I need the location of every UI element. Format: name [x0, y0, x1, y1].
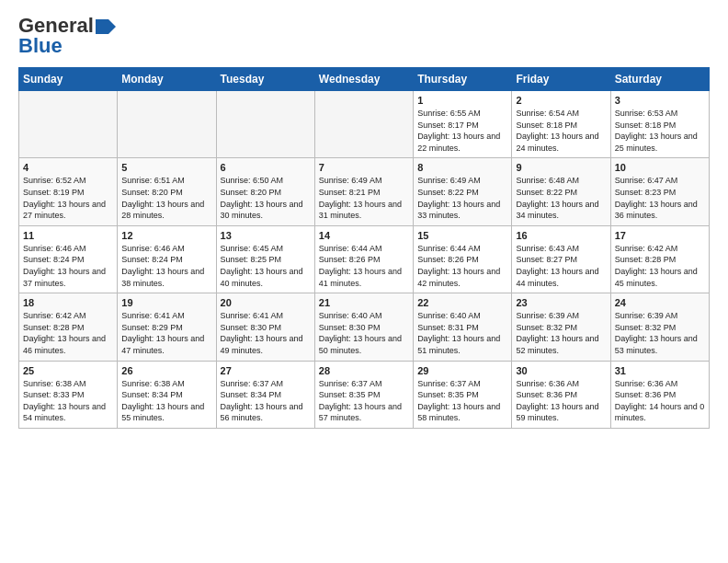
calendar-cell: 30Sunrise: 6:36 AMSunset: 8:36 PMDayligh…: [512, 361, 610, 428]
day-info: Sunrise: 6:44 AMSunset: 8:26 PMDaylight:…: [319, 243, 409, 289]
week-row-3: 11Sunrise: 6:46 AMSunset: 8:24 PMDayligh…: [19, 225, 710, 293]
weekday-header-sunday: Sunday: [19, 68, 118, 91]
day-info: Sunrise: 6:49 AMSunset: 8:22 PMDaylight:…: [417, 175, 507, 221]
calendar-cell: 2Sunrise: 6:54 AMSunset: 8:18 PMDaylight…: [512, 91, 610, 158]
logo: General Blue: [18, 14, 116, 58]
week-row-1: 1Sunrise: 6:55 AMSunset: 8:17 PMDaylight…: [19, 91, 710, 158]
calendar-cell: 22Sunrise: 6:40 AMSunset: 8:31 PMDayligh…: [414, 293, 512, 361]
weekday-header-monday: Monday: [118, 68, 216, 91]
day-number: 28: [319, 365, 409, 376]
day-number: 25: [23, 365, 113, 376]
day-number: 14: [319, 230, 409, 241]
day-info: Sunrise: 6:41 AMSunset: 8:30 PMDaylight:…: [221, 310, 311, 356]
calendar-cell: 26Sunrise: 6:38 AMSunset: 8:34 PMDayligh…: [118, 361, 216, 428]
calendar-cell: 12Sunrise: 6:46 AMSunset: 8:24 PMDayligh…: [118, 225, 216, 293]
calendar-cell: 15Sunrise: 6:44 AMSunset: 8:26 PMDayligh…: [414, 225, 512, 293]
day-number: 16: [516, 230, 606, 241]
calendar-cell: 25Sunrise: 6:38 AMSunset: 8:33 PMDayligh…: [19, 361, 118, 428]
calendar-cell: [19, 91, 118, 158]
day-info: Sunrise: 6:39 AMSunset: 8:32 PMDaylight:…: [516, 310, 606, 356]
day-info: Sunrise: 6:46 AMSunset: 8:24 PMDaylight:…: [23, 243, 113, 289]
day-number: 17: [615, 230, 705, 241]
day-number: 30: [516, 365, 606, 376]
page-header: General Blue: [18, 14, 710, 58]
day-info: Sunrise: 6:50 AMSunset: 8:20 PMDaylight:…: [221, 175, 311, 221]
day-info: Sunrise: 6:36 AMSunset: 8:36 PMDaylight:…: [516, 378, 606, 424]
day-info: Sunrise: 6:44 AMSunset: 8:26 PMDaylight:…: [417, 243, 507, 289]
calendar-cell: 6Sunrise: 6:50 AMSunset: 8:20 PMDaylight…: [216, 158, 314, 225]
calendar-cell: 7Sunrise: 6:49 AMSunset: 8:21 PMDaylight…: [314, 158, 413, 225]
day-number: 10: [615, 162, 705, 173]
calendar-cell: 28Sunrise: 6:37 AMSunset: 8:35 PMDayligh…: [314, 361, 413, 428]
calendar-cell: 4Sunrise: 6:52 AMSunset: 8:19 PMDaylight…: [19, 158, 118, 225]
weekday-header-wednesday: Wednesday: [314, 68, 413, 91]
day-number: 26: [121, 365, 211, 376]
calendar-table: SundayMondayTuesdayWednesdayThursdayFrid…: [18, 67, 710, 429]
day-info: Sunrise: 6:42 AMSunset: 8:28 PMDaylight:…: [615, 243, 705, 289]
day-info: Sunrise: 6:52 AMSunset: 8:19 PMDaylight:…: [23, 175, 113, 221]
weekday-header-thursday: Thursday: [414, 68, 512, 91]
day-number: 3: [615, 95, 705, 106]
calendar-cell: 13Sunrise: 6:45 AMSunset: 8:25 PMDayligh…: [216, 225, 314, 293]
calendar-cell: [314, 91, 413, 158]
logo-arrow-icon: [96, 19, 116, 34]
day-number: 8: [417, 162, 507, 173]
day-info: Sunrise: 6:37 AMSunset: 8:34 PMDaylight:…: [221, 378, 311, 424]
calendar-cell: 9Sunrise: 6:48 AMSunset: 8:22 PMDaylight…: [512, 158, 610, 225]
calendar-cell: 21Sunrise: 6:40 AMSunset: 8:30 PMDayligh…: [314, 293, 413, 361]
day-info: Sunrise: 6:36 AMSunset: 8:36 PMDaylight:…: [615, 378, 705, 424]
calendar-cell: 29Sunrise: 6:37 AMSunset: 8:35 PMDayligh…: [414, 361, 512, 428]
day-number: 23: [516, 297, 606, 308]
calendar-cell: 31Sunrise: 6:36 AMSunset: 8:36 PMDayligh…: [610, 361, 709, 428]
day-number: 18: [23, 297, 113, 308]
calendar-cell: 3Sunrise: 6:53 AMSunset: 8:18 PMDaylight…: [610, 91, 709, 158]
weekday-header-row: SundayMondayTuesdayWednesdayThursdayFrid…: [19, 68, 710, 91]
calendar-cell: 16Sunrise: 6:43 AMSunset: 8:27 PMDayligh…: [512, 225, 610, 293]
calendar-cell: 14Sunrise: 6:44 AMSunset: 8:26 PMDayligh…: [314, 225, 413, 293]
calendar-cell: 11Sunrise: 6:46 AMSunset: 8:24 PMDayligh…: [19, 225, 118, 293]
day-info: Sunrise: 6:41 AMSunset: 8:29 PMDaylight:…: [121, 310, 211, 356]
calendar-cell: [118, 91, 216, 158]
weekday-header-friday: Friday: [512, 68, 610, 91]
day-number: 22: [417, 297, 507, 308]
calendar-cell: 1Sunrise: 6:55 AMSunset: 8:17 PMDaylight…: [414, 91, 512, 158]
day-info: Sunrise: 6:43 AMSunset: 8:27 PMDaylight:…: [516, 243, 606, 289]
calendar-cell: 24Sunrise: 6:39 AMSunset: 8:32 PMDayligh…: [610, 293, 709, 361]
day-number: 24: [615, 297, 705, 308]
day-number: 2: [516, 95, 606, 106]
calendar-cell: 18Sunrise: 6:42 AMSunset: 8:28 PMDayligh…: [19, 293, 118, 361]
day-number: 7: [319, 162, 409, 173]
calendar-cell: 10Sunrise: 6:47 AMSunset: 8:23 PMDayligh…: [610, 158, 709, 225]
day-number: 9: [516, 162, 606, 173]
calendar-cell: 17Sunrise: 6:42 AMSunset: 8:28 PMDayligh…: [610, 225, 709, 293]
day-info: Sunrise: 6:38 AMSunset: 8:33 PMDaylight:…: [23, 378, 113, 424]
day-number: 20: [221, 297, 311, 308]
day-info: Sunrise: 6:47 AMSunset: 8:23 PMDaylight:…: [615, 175, 705, 221]
week-row-4: 18Sunrise: 6:42 AMSunset: 8:28 PMDayligh…: [19, 293, 710, 361]
day-info: Sunrise: 6:39 AMSunset: 8:32 PMDaylight:…: [615, 310, 705, 356]
day-info: Sunrise: 6:51 AMSunset: 8:20 PMDaylight:…: [121, 175, 211, 221]
calendar-cell: 20Sunrise: 6:41 AMSunset: 8:30 PMDayligh…: [216, 293, 314, 361]
weekday-header-saturday: Saturday: [610, 68, 709, 91]
day-info: Sunrise: 6:45 AMSunset: 8:25 PMDaylight:…: [221, 243, 311, 289]
calendar-cell: [216, 91, 314, 158]
day-number: 11: [23, 230, 113, 241]
svg-marker-0: [96, 19, 116, 34]
week-row-5: 25Sunrise: 6:38 AMSunset: 8:33 PMDayligh…: [19, 361, 710, 428]
day-info: Sunrise: 6:40 AMSunset: 8:31 PMDaylight:…: [417, 310, 507, 356]
calendar-cell: 27Sunrise: 6:37 AMSunset: 8:34 PMDayligh…: [216, 361, 314, 428]
day-info: Sunrise: 6:38 AMSunset: 8:34 PMDaylight:…: [121, 378, 211, 424]
day-number: 5: [121, 162, 211, 173]
logo-blue-text: Blue: [18, 34, 63, 58]
day-number: 21: [319, 297, 409, 308]
day-info: Sunrise: 6:54 AMSunset: 8:18 PMDaylight:…: [516, 108, 606, 154]
day-info: Sunrise: 6:42 AMSunset: 8:28 PMDaylight:…: [23, 310, 113, 356]
day-number: 15: [417, 230, 507, 241]
day-info: Sunrise: 6:37 AMSunset: 8:35 PMDaylight:…: [417, 378, 507, 424]
calendar-cell: 19Sunrise: 6:41 AMSunset: 8:29 PMDayligh…: [118, 293, 216, 361]
day-number: 12: [121, 230, 211, 241]
page-container: General Blue SundayMondayTuesdayWednesda…: [0, 0, 728, 438]
day-info: Sunrise: 6:53 AMSunset: 8:18 PMDaylight:…: [615, 108, 705, 154]
calendar-cell: 5Sunrise: 6:51 AMSunset: 8:20 PMDaylight…: [118, 158, 216, 225]
day-number: 4: [23, 162, 113, 173]
